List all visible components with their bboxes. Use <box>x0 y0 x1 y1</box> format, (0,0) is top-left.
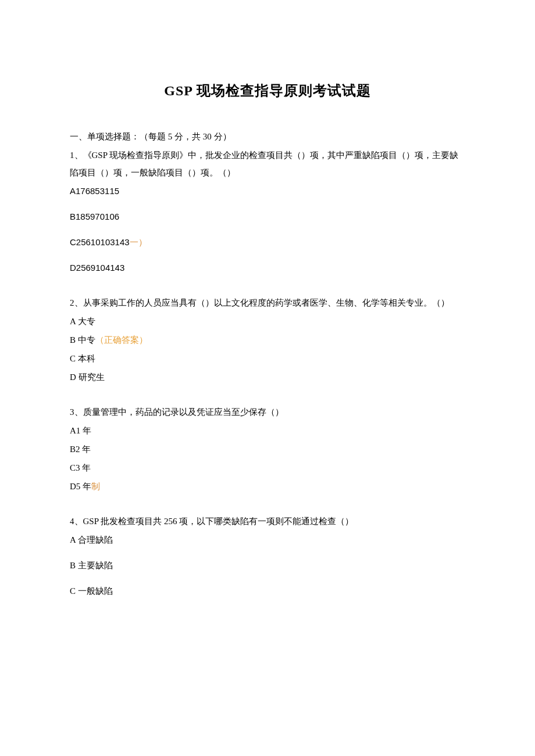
question-3-text: 3、质量管理中，药品的记录以及凭证应当至少保存（） <box>70 403 465 421</box>
question-2-option-b: B 中专（正确答案） <box>70 331 465 349</box>
question-1-option-a: A176853115 <box>70 182 465 200</box>
question-1-block: 1、《GSP 现场检查指导原则》中，批发企业的检查项目共（）项，其中严重缺陷项目… <box>70 146 465 277</box>
question-1-option-d: D2569104143 <box>70 259 465 277</box>
question-4-option-c: C 一般缺陷 <box>70 582 465 600</box>
question-4-block: 4、GSP 批发检查项目共 256 项，以下哪类缺陷有一项则不能通过检查（） A… <box>70 513 465 600</box>
document-page: GSP 现场检查指导原则考试试题 一、单项选择题：（每题 5 分，共 30 分）… <box>0 0 535 652</box>
question-3-option-d: D5 年制 <box>70 478 465 495</box>
section-header: 一、单项选择题：（每题 5 分，共 30 分） <box>70 128 465 145</box>
question-4-option-b: B 主要缺陷 <box>70 557 465 574</box>
question-3-block: 3、质量管理中，药品的记录以及凭证应当至少保存（） A1 年 B2 年 C3 年… <box>70 403 465 495</box>
question-3-option-a: A1 年 <box>70 422 465 439</box>
question-2-option-c: C 本科 <box>70 350 465 367</box>
correct-answer-label: （正确答案） <box>95 335 148 345</box>
question-3-option-b: B2 年 <box>70 440 465 458</box>
question-1-text: 1、《GSP 现场检查指导原则》中，批发企业的检查项目共（）项，其中严重缺陷项目… <box>70 146 465 181</box>
question-1-option-b: B185970106 <box>70 208 465 225</box>
question-2-option-d: D 研究生 <box>70 368 465 386</box>
question-2-text: 2、从事采购工作的人员应当具有（）以上文化程度的药学或者医学、生物、化学等相关专… <box>70 294 465 311</box>
document-title: GSP 现场检查指导原则考试试题 <box>70 81 465 100</box>
question-3-option-c: C3 年 <box>70 459 465 476</box>
question-2-option-a: A 大专 <box>70 313 465 330</box>
question-4-text: 4、GSP 批发检查项目共 256 项，以下哪类缺陷有一项则不能通过检查（） <box>70 513 465 530</box>
question-4-option-a: A 合理缺陷 <box>70 531 465 549</box>
question-2-block: 2、从事采购工作的人员应当具有（）以上文化程度的药学或者医学、生物、化学等相关专… <box>70 294 465 386</box>
question-1-option-c: C25610103143一） <box>70 234 465 251</box>
